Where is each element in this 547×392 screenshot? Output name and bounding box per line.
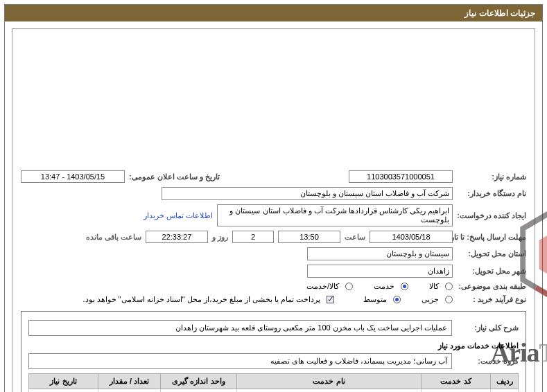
- services-table: ردیف کد خدمت نام خدمت واحد اندازه گیری ت…: [28, 373, 519, 392]
- countdown-field: 22:33:27: [146, 231, 208, 243]
- buyer-field: شرکت آب و فاضلاب استان سیستان و بلوچستان: [162, 187, 453, 200]
- proc-radio-medium[interactable]: [393, 296, 401, 303]
- class-radio-both[interactable]: [345, 283, 353, 290]
- th-name: نام خدمت: [237, 374, 422, 389]
- class-opt-b: خدمت: [374, 282, 394, 291]
- need-no-field: 1103003571000051: [349, 170, 453, 183]
- days-and: روز و: [212, 233, 228, 242]
- cell-qty: 1: [98, 389, 161, 393]
- cell-idx: 1: [491, 389, 519, 393]
- th-qty: تعداد / مقدار: [98, 374, 161, 389]
- need-no-label: شماره نیاز:: [457, 172, 526, 181]
- contact-link[interactable]: اطلاعات تماس خریدار: [144, 211, 213, 220]
- pay-note: پرداخت تمام یا بخشی از مبلغ خرید،از محل …: [83, 295, 320, 304]
- window-frame: جزئیات اطلاعات نیاز AriaTender.net شماره…: [4, 4, 543, 392]
- deadline-label: مهلت ارسال پاسخ: تا تاریخ:: [457, 233, 526, 241]
- class-radio-khedmat[interactable]: [401, 283, 408, 290]
- svg-marker-0: [523, 204, 547, 304]
- cell-name: جمع آوری، تصفیه و تامین آب: [237, 389, 422, 393]
- th-unit: واحد اندازه گیری: [161, 374, 237, 389]
- detail-box: شرح کلی نیاز: عملیات اجرایی ساخت یک باب …: [21, 311, 526, 392]
- svg-marker-2: [539, 226, 547, 283]
- panel-title: جزئیات اطلاعات نیاز: [5, 5, 542, 21]
- city-field: زاهدان: [307, 265, 453, 278]
- content-area: AriaTender.net شماره نیاز: 1103003571000…: [12, 28, 535, 392]
- cell-date: 1403/07/20: [29, 389, 98, 393]
- province-field: سیستان و بلوچستان: [307, 247, 453, 260]
- desc-field: عملیات اجرایی ساخت یک باب مخزن 100 متر م…: [28, 320, 452, 336]
- th-code: کد خدمت: [422, 374, 491, 389]
- requester-field: ابراهیم ریکی کارشناس قراردادها شرکت آب و…: [217, 204, 453, 226]
- days-field: 2: [232, 231, 274, 243]
- class-opt-c: کالا/خدمت: [306, 282, 339, 291]
- requester-label: ایجاد کننده درخواست:: [457, 211, 526, 220]
- cell-code: ث-36-360: [422, 389, 491, 393]
- treasury-checkbox[interactable]: [327, 296, 334, 303]
- group-label: گروه خدمت:: [456, 357, 519, 366]
- time-word: ساعت: [345, 233, 365, 242]
- th-date: تاریخ نیاز: [29, 374, 98, 389]
- th-idx: ردیف: [491, 374, 519, 389]
- proc-label: نوع فرآیند خرید :: [457, 295, 526, 304]
- class-label: طبقه بندی موضوعی:: [457, 282, 526, 291]
- deadline-date-field: 1403/05/18: [370, 231, 453, 243]
- proc-radio-small[interactable]: [445, 296, 453, 303]
- province-label: استان محل تحویل:: [457, 249, 526, 258]
- class-radio-kala[interactable]: [445, 283, 453, 290]
- svg-marker-1: [523, 204, 547, 304]
- city-label: شهر محل تحویل:: [457, 267, 526, 276]
- deadline-time-field: 13:50: [278, 231, 340, 243]
- datetime-label: تاریخ و ساعت اعلان عمومی:: [129, 172, 220, 181]
- group-field: آب رسانی؛ مدیریت پسماند، فاضلاب و فعالیت…: [28, 353, 452, 369]
- services-title: اطلاعات خدمات مورد نیاز: [28, 341, 519, 350]
- buyer-label: نام دستگاه خریدار:: [457, 189, 526, 198]
- cell-unit: مورد: [161, 389, 237, 393]
- proc-opt-a: جزیی: [422, 295, 439, 304]
- remain-label: ساعت باقی مانده: [86, 233, 141, 242]
- datetime-field: 1403/05/15 - 13:47: [21, 170, 125, 183]
- table-row: 1 ث-36-360 جمع آوری، تصفیه و تامین آب مو…: [29, 389, 519, 393]
- desc-label: شرح کلی نیاز:: [456, 323, 519, 332]
- class-opt-a: کالا: [429, 282, 439, 291]
- proc-opt-b: متوسط: [363, 295, 387, 304]
